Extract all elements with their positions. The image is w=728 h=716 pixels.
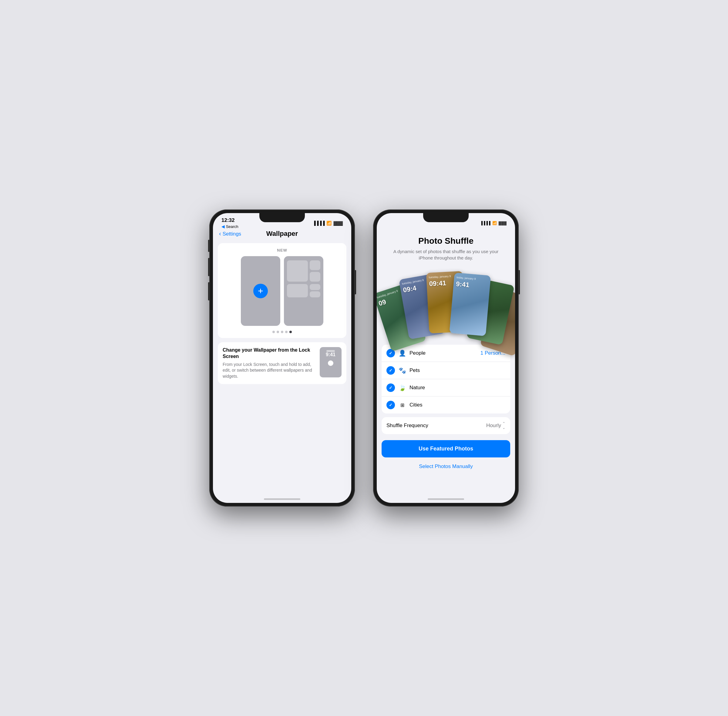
signal-bars-icon: ▐▐▐▐: [313, 221, 325, 226]
lock-screen-mini-preview: 9:41: [320, 347, 342, 378]
scene: 12:32 ◀ Search ▐▐▐▐ 📶 ▓▓▓ ‹ Settings: [197, 197, 531, 519]
fan-time-4: 9:41: [456, 280, 488, 291]
widget-med-2: [310, 272, 320, 282]
phone-photo-shuffle: ▐▐▐▐ 📶 ▓▓▓ Photo Shuffle A dynamic set o…: [373, 209, 519, 507]
checkmark-icon-pets: ✓: [389, 368, 392, 373]
power-button[interactable]: [355, 270, 356, 294]
battery-icon-2: ▓▓▓: [499, 221, 506, 225]
new-label: NEW: [223, 248, 342, 252]
carousel-dots: [223, 331, 342, 333]
widget-xs-1: [310, 284, 320, 290]
option-row-pets[interactable]: ✓ 🐾 Pets: [381, 362, 510, 379]
wifi-icon: 📶: [327, 221, 331, 226]
widget-med-1: [310, 260, 320, 270]
frequency-label: Shuffle Frequency: [386, 423, 486, 429]
dot-2: [277, 331, 279, 333]
photo-fan: tuesday, january 9 09 tuesday, january 9…: [383, 266, 509, 338]
widget-mini-stack: [310, 284, 320, 297]
nature-icon: 🍃: [398, 384, 406, 391]
mini-lock-time: 9:41: [326, 352, 336, 357]
home-indicator-2: [428, 498, 464, 500]
photo-shuffle-subtitle: A dynamic set of photos that shuffle as …: [386, 248, 506, 261]
back-button[interactable]: ‹ Settings: [219, 230, 241, 237]
battery-icon: ▓▓▓: [333, 221, 343, 226]
widget-stack: [310, 260, 320, 282]
wallpaper-previews: +: [223, 256, 342, 326]
back-search-label: ◀ Search: [222, 224, 239, 229]
widget-xs-2: [310, 291, 320, 297]
wallpaper-content: NEW +: [213, 240, 351, 387]
change-wallpaper-card: Change your Wallpaper from the Lock Scre…: [218, 342, 347, 384]
updown-chevron-icon: ⌃⌄: [502, 421, 505, 430]
fan-card-4-inner: today, january 9 9:41: [449, 273, 491, 336]
power-button-2[interactable]: [519, 270, 520, 294]
change-wallpaper-text: Change your Wallpaper from the Lock Scre…: [223, 347, 315, 379]
shuffle-scroll-area[interactable]: Photo Shuffle A dynamic set of photos th…: [377, 229, 515, 503]
volume-down-button[interactable]: [208, 282, 209, 300]
fan-card-4: today, january 9 9:41: [449, 273, 491, 336]
phone1-screen: 12:32 ◀ Search ▐▐▐▐ 📶 ▓▓▓ ‹ Settings: [213, 213, 351, 503]
status-time: 12:32: [222, 217, 239, 223]
photo-options-section: ✓ 👤 People 1 Person... ✓ 🐾 Pets: [381, 345, 510, 414]
wifi-icon-2: 📶: [492, 221, 497, 225]
back-settings-label: Settings: [223, 231, 241, 237]
frequency-value-text: Hourly: [486, 423, 501, 429]
checkmark-icon-nature: ✓: [389, 385, 392, 390]
phone-wallpaper: 12:32 ◀ Search ▐▐▐▐ 📶 ▓▓▓ ‹ Settings: [209, 209, 355, 507]
photo-shuffle-title: Photo Shuffle: [386, 236, 506, 246]
notch: [259, 213, 305, 222]
cities-label: Cities: [409, 402, 505, 408]
dot-1: [272, 331, 275, 333]
signal-icon-2: ▐▐▐▐: [480, 221, 491, 225]
add-wallpaper-button[interactable]: +: [253, 284, 268, 298]
check-pets[interactable]: ✓: [386, 366, 395, 375]
volume-up-button[interactable]: [208, 258, 209, 276]
widget-large: [287, 260, 308, 282]
frequency-row[interactable]: Shuffle Frequency Hourly ⌃⌄: [381, 417, 510, 434]
dot-3: [281, 331, 283, 333]
dot-5: [289, 331, 292, 333]
use-featured-photos-button[interactable]: Use Featured Photos: [381, 440, 510, 457]
change-wallpaper-body: From your Lock Screen, touch and hold to…: [223, 362, 315, 379]
people-label: People: [409, 350, 477, 356]
check-cities[interactable]: ✓: [386, 401, 395, 409]
home-indicator: [264, 498, 300, 500]
shuffle-header: Photo Shuffle A dynamic set of photos th…: [377, 229, 515, 266]
plus-icon: +: [258, 287, 263, 296]
phone2-screen: ▐▐▐▐ 📶 ▓▓▓ Photo Shuffle A dynamic set o…: [377, 213, 515, 503]
shuffle-frequency-section: Shuffle Frequency Hourly ⌃⌄: [381, 417, 510, 434]
widget-row-2: [287, 284, 320, 297]
option-row-cities[interactable]: ✓ ⊞ Cities: [381, 396, 510, 414]
status-icons-2: ▐▐▐▐ 📶 ▓▓▓: [480, 221, 506, 225]
check-nature[interactable]: ✓: [386, 384, 395, 392]
widget-wide: [287, 284, 308, 297]
option-row-nature[interactable]: ✓ 🍃 Nature: [381, 379, 510, 396]
people-icon: 👤: [398, 349, 406, 357]
widget-row-1: [287, 260, 320, 282]
cities-icon: ⊞: [398, 402, 406, 408]
pets-label: Pets: [409, 367, 505, 373]
silent-switch[interactable]: [208, 240, 209, 252]
frequency-value[interactable]: Hourly ⌃⌄: [486, 421, 505, 430]
wallpaper-preview-card: NEW +: [218, 243, 347, 338]
pets-icon: 🐾: [398, 367, 406, 374]
status-icons: ▐▐▐▐ 📶 ▓▓▓: [313, 221, 343, 226]
mini-home-indicator: [328, 360, 333, 366]
nature-label: Nature: [409, 385, 505, 391]
nav-bar: ‹ Settings Wallpaper: [213, 229, 351, 240]
dot-4: [285, 331, 287, 333]
checkmark-icon-cities: ✓: [389, 402, 392, 407]
home-screen-preview: [284, 256, 323, 326]
select-photos-manually-button[interactable]: Select Photos Manually: [377, 461, 515, 472]
notch-2: [423, 213, 469, 222]
change-wallpaper-title: Change your Wallpaper from the Lock Scre…: [223, 347, 315, 360]
lock-screen-preview[interactable]: +: [241, 256, 280, 326]
page-title: Wallpaper: [266, 230, 298, 238]
